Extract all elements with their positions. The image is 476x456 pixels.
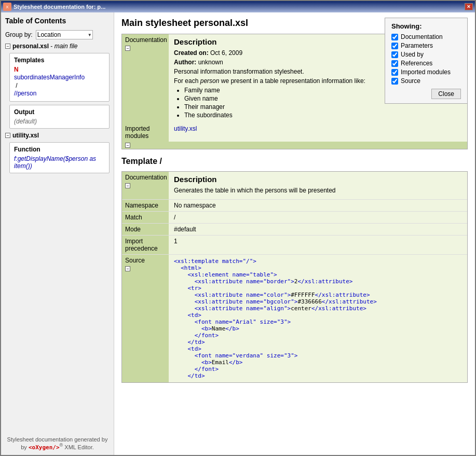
import-label-col: Imported modules	[122, 123, 169, 142]
showing-panel: Showing: Documentation Parameters Used b…	[385, 18, 468, 104]
author-value: unknown	[198, 59, 223, 66]
sidebar: Table of Contents Group by: Location Nam…	[1, 12, 114, 455]
template-subordinates-link[interactable]: subordinatesManagerInfo	[14, 73, 105, 82]
import-precedence-label: Import precedence	[122, 236, 169, 254]
showing-imported-checkbox[interactable]	[391, 69, 398, 76]
source-label: Source	[125, 257, 145, 264]
content-area: Table of Contents Group by: Location Nam…	[1, 12, 475, 455]
showing-source-label: Source	[401, 77, 420, 85]
output-label: Output	[14, 108, 105, 116]
collapse-utility-icon[interactable]: −	[5, 133, 10, 138]
showing-parameters-label: Parameters	[401, 42, 433, 49]
bullet-manager: Their manager	[184, 103, 462, 110]
showing-documentation-label: Documentation	[401, 33, 443, 40]
template-collapse-icon[interactable]: −	[125, 183, 130, 188]
output-default: (default)	[14, 118, 37, 125]
doc-bottom-collapse-icon[interactable]: −	[125, 143, 130, 148]
window-icon: X	[3, 3, 11, 11]
showing-close-button[interactable]: Close	[431, 89, 461, 99]
showing-used-by-label: Used by	[401, 51, 424, 58]
import-precedence-row: Import precedence 1	[122, 235, 467, 254]
showing-documentation-checkbox[interactable]	[391, 34, 398, 40]
group-by-row: Group by: Location Name Type	[5, 30, 110, 39]
template-desc-text: Generates the table in which the persons…	[174, 187, 462, 194]
source-collapse-icon[interactable]: −	[125, 266, 130, 271]
showing-parameters: Parameters	[391, 42, 461, 49]
showing-source-checkbox[interactable]	[391, 78, 398, 85]
personal-templates-box: Templates NsubordinatesManagerInfo / //p…	[9, 53, 110, 102]
window-title: Stylesheet documentation for: p...	[13, 4, 105, 10]
template-n-icon: N	[14, 66, 19, 73]
import-row: Imported modules utility.xsl	[122, 123, 467, 142]
doc-label: Documentation	[125, 36, 167, 44]
showing-references: References	[391, 60, 461, 67]
doc-collapse-icon[interactable]: −	[125, 46, 130, 51]
template-desc-title: Description	[174, 175, 462, 184]
template-item-subordinates: NsubordinatesManagerInfo / //person	[14, 66, 105, 98]
template-slash1: /	[14, 82, 18, 89]
match-value: /	[169, 212, 467, 223]
main-content: Showing: Documentation Parameters Used b…	[114, 12, 475, 455]
showing-references-label: References	[401, 60, 432, 67]
import-label: Imported modules	[125, 125, 166, 140]
source-section: Source − <xsl:template match="/"> <html>…	[122, 254, 467, 382]
collapse-personal-icon[interactable]: −	[5, 44, 10, 49]
import-utility-link[interactable]: utility.xsl	[174, 125, 197, 132]
showing-imported: Imported modules	[391, 68, 461, 76]
group-by-select[interactable]: Location Name Type	[36, 30, 93, 39]
showing-used-by: Used by	[391, 51, 461, 58]
sidebar-footer: Stylesheet documentation generated by by…	[5, 432, 110, 451]
template-title: Template /	[121, 157, 468, 166]
window-close-button[interactable]: ✕	[465, 3, 473, 10]
template-person-link[interactable]: //person	[14, 89, 105, 98]
showing-imported-label: Imported modules	[401, 68, 451, 76]
file-personal-xsl: − personal.xsl - main file	[5, 43, 110, 50]
showing-references-checkbox[interactable]	[391, 60, 398, 67]
namespace-row: Namespace No namespace	[122, 199, 467, 211]
doc-label-col: Documentation −	[122, 34, 169, 123]
template-doc-content: Description Generates the table in which…	[169, 172, 467, 199]
showing-documentation: Documentation	[391, 33, 461, 40]
showing-parameters-checkbox[interactable]	[391, 43, 398, 49]
match-label: Match	[122, 212, 169, 223]
function-box: Function f:getDisplayName($person as ite…	[9, 142, 110, 173]
source-content: <xsl:template match="/"> <html> <xsl:ele…	[169, 255, 467, 382]
file-utility-name: utility.xsl	[12, 132, 39, 139]
sidebar-title: Table of Contents	[5, 17, 110, 25]
function-label: Function	[14, 146, 105, 153]
file-utility-xsl: − utility.xsl	[5, 132, 110, 139]
created-label: Created on:	[174, 49, 209, 57]
mode-value: #default	[169, 224, 467, 235]
author-label: Author:	[174, 59, 196, 66]
title-bar: X Stylesheet documentation for: p... ✕	[1, 1, 475, 12]
template-header-row: Documentation − Description Generates th…	[122, 172, 467, 199]
showing-source: Source	[391, 77, 461, 85]
doc-collapse-row: −	[122, 142, 467, 149]
templates-label: Templates	[14, 57, 105, 64]
file-personal-name: personal.xsl - main file	[12, 43, 77, 50]
oxygen-brand: <oXygen/>	[29, 444, 60, 451]
main-window: X Stylesheet documentation for: p... ✕ T…	[0, 0, 476, 456]
bullet-subordinates: The subordinates	[184, 112, 462, 119]
function-getdisplayname-link[interactable]: f:getDisplayName($person as item())	[14, 155, 96, 170]
namespace-label: Namespace	[122, 200, 169, 211]
mode-row: Mode #default	[122, 223, 467, 235]
template-doc-label-col: Documentation −	[122, 172, 169, 199]
template-section-box: Documentation − Description Generates th…	[121, 171, 468, 383]
output-box: Output (default)	[9, 105, 110, 129]
source-label-col: Source −	[122, 255, 169, 382]
showing-used-by-checkbox[interactable]	[391, 51, 398, 58]
import-content: utility.xsl	[169, 123, 467, 142]
created-value: Oct 6, 2009	[210, 49, 242, 57]
import-precedence-value: 1	[169, 236, 467, 254]
namespace-value: No namespace	[169, 200, 467, 211]
match-row: Match /	[122, 211, 467, 223]
mode-label: Mode	[122, 224, 169, 235]
showing-title: Showing:	[391, 22, 461, 30]
template-doc-label: Documentation	[125, 174, 167, 181]
group-by-label: Group by:	[5, 31, 33, 38]
footer-text: Stylesheet documentation generated by	[7, 436, 108, 443]
